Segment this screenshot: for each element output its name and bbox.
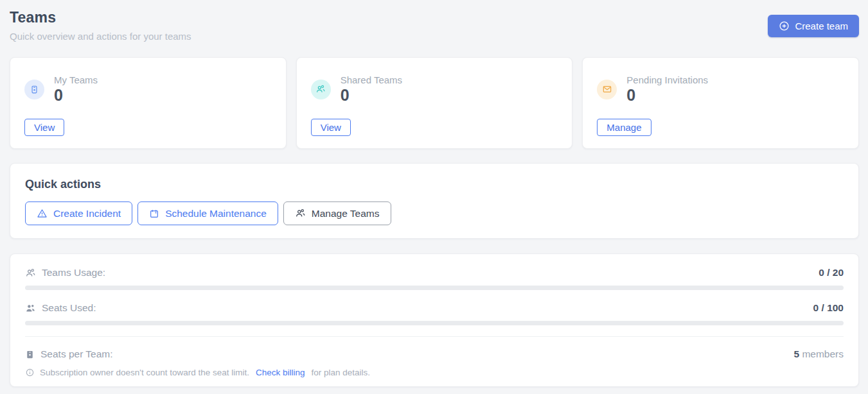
header-text: Teams Quick overview and actions for you… bbox=[10, 9, 191, 42]
page-title: Teams bbox=[10, 9, 191, 26]
quick-actions-heading: Quick actions bbox=[25, 178, 844, 191]
seats-used-label: Seats Used: bbox=[42, 302, 96, 314]
id-badge-icon bbox=[24, 80, 44, 99]
warning-icon bbox=[37, 208, 48, 219]
info-icon bbox=[25, 368, 35, 377]
stat-label: My Teams bbox=[54, 74, 98, 85]
manage-teams-button[interactable]: Manage Teams bbox=[283, 201, 391, 225]
stat-label: Shared Teams bbox=[341, 74, 402, 85]
manage-invitations-button[interactable]: Manage bbox=[597, 119, 651, 136]
teams-usage-label: Teams Usage: bbox=[42, 267, 105, 278]
stat-card-shared-teams: Shared Teams 0 View bbox=[296, 57, 573, 149]
quick-actions-panel: Quick actions Create Incident Schedule M… bbox=[10, 163, 859, 239]
create-team-label: Create team bbox=[795, 21, 848, 31]
team-icon bbox=[311, 80, 331, 99]
teams-usage-value: 0 / 20 bbox=[819, 267, 844, 278]
usage-panel: Teams Usage: 0 / 20 Seats Used: 0 / 100 bbox=[10, 253, 859, 387]
note-text: Subscription owner doesn't count toward … bbox=[40, 368, 249, 377]
seats-per-team-row: Seats per Team: 5 members bbox=[25, 348, 844, 360]
seats-per-team-label: Seats per Team: bbox=[40, 348, 113, 360]
stat-card-my-teams: My Teams 0 View bbox=[10, 57, 287, 149]
seat-limit-note: Subscription owner doesn't count toward … bbox=[25, 368, 844, 377]
seats-used-value: 0 / 100 bbox=[813, 302, 844, 314]
schedule-maintenance-button[interactable]: Schedule Maintenance bbox=[137, 201, 278, 225]
divider bbox=[25, 336, 844, 337]
page-subtitle: Quick overview and actions for your team… bbox=[10, 31, 191, 42]
people-filled-icon bbox=[25, 303, 36, 314]
mail-icon bbox=[597, 80, 617, 99]
stat-value: 0 bbox=[626, 87, 708, 105]
seats-used-row: Seats Used: 0 / 100 bbox=[25, 302, 844, 314]
team-outline-icon bbox=[25, 268, 36, 278]
stat-card-pending-invitations: Pending Invitations 0 Manage bbox=[582, 57, 859, 149]
page-header: Teams Quick overview and actions for you… bbox=[10, 9, 859, 42]
calendar-icon bbox=[149, 209, 159, 219]
create-incident-button[interactable]: Create Incident bbox=[25, 201, 132, 225]
members-unit: members bbox=[802, 348, 844, 359]
stat-value: 0 bbox=[341, 87, 402, 105]
seats-per-team-value: 5 members bbox=[793, 348, 844, 360]
teams-usage-progressbar bbox=[25, 286, 844, 290]
check-billing-link[interactable]: Check billing bbox=[256, 368, 305, 377]
plus-circle-icon bbox=[779, 21, 790, 31]
teams-usage-row: Teams Usage: 0 / 20 bbox=[25, 267, 844, 278]
stat-label: Pending Invitations bbox=[626, 74, 708, 85]
view-my-teams-button[interactable]: View bbox=[24, 119, 64, 136]
stat-value: 0 bbox=[54, 87, 98, 105]
id-badge-icon bbox=[25, 350, 35, 359]
seats-used-progressbar bbox=[25, 321, 844, 325]
create-team-button[interactable]: Create team bbox=[768, 15, 859, 37]
view-shared-teams-button[interactable]: View bbox=[311, 119, 351, 136]
stat-cards-row: My Teams 0 View Shared Teams 0 Vi bbox=[10, 57, 859, 149]
team-icon bbox=[295, 208, 306, 219]
teams-page: Teams Quick overview and actions for you… bbox=[0, 0, 868, 387]
note-suffix: for plan details. bbox=[312, 368, 371, 377]
